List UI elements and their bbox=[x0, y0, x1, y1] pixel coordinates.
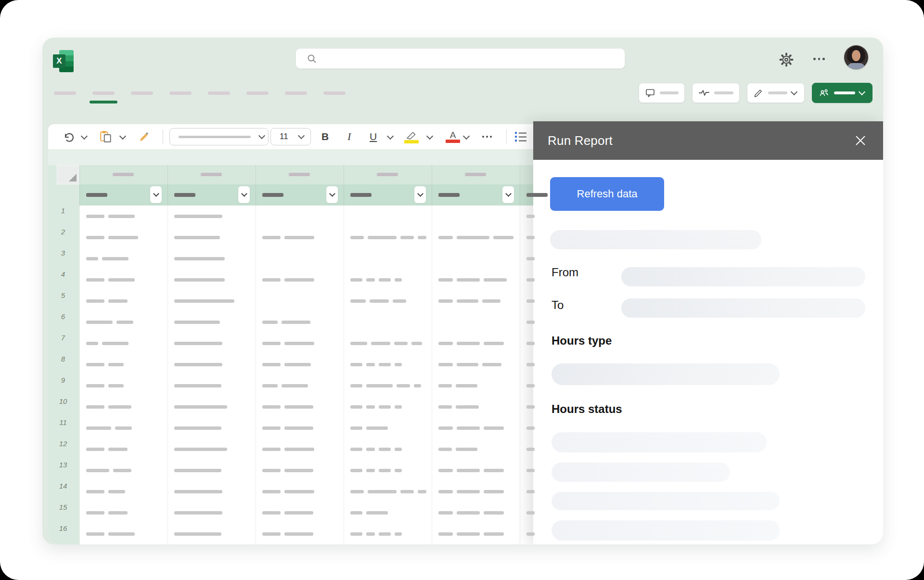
sheet-tab[interactable] bbox=[169, 91, 192, 95]
avatar-face bbox=[852, 50, 860, 61]
hours-status-pill[interactable] bbox=[552, 463, 730, 482]
screenshot-canvas: X bbox=[0, 0, 924, 580]
to-date-input[interactable] bbox=[621, 298, 865, 318]
cell-placeholder bbox=[366, 511, 388, 515]
button-label-placeholder bbox=[714, 91, 733, 94]
more-formatting-button[interactable] bbox=[482, 124, 492, 149]
undo-button[interactable] bbox=[63, 124, 75, 149]
cell-placeholder bbox=[108, 236, 138, 239]
cell-placeholder bbox=[108, 511, 128, 515]
cell-placeholder bbox=[484, 278, 507, 282]
button-label-placeholder bbox=[834, 91, 855, 94]
highlight-button[interactable] bbox=[404, 124, 419, 149]
sheet-tab[interactable] bbox=[323, 91, 346, 95]
from-date-input[interactable] bbox=[621, 267, 865, 286]
comment-icon bbox=[645, 88, 655, 98]
cell-placeholder bbox=[526, 426, 535, 430]
cell-placeholder bbox=[86, 426, 111, 430]
cell-placeholder bbox=[284, 511, 313, 515]
filter-dropdown[interactable] bbox=[414, 186, 426, 203]
chevron-down-icon[interactable] bbox=[387, 133, 394, 140]
chevron-down-icon[interactable] bbox=[463, 133, 470, 140]
bold-button[interactable]: B bbox=[321, 124, 329, 149]
cell-placeholder bbox=[418, 236, 426, 239]
cell-placeholder bbox=[86, 448, 104, 451]
hours-type-pills bbox=[552, 363, 780, 385]
filter-dropdown[interactable] bbox=[326, 186, 338, 203]
row-number: 14 bbox=[48, 481, 78, 491]
cell-placeholder bbox=[262, 490, 281, 493]
column-line bbox=[344, 165, 344, 544]
cell-placeholder bbox=[262, 342, 281, 345]
cell-placeholder bbox=[262, 236, 281, 239]
hours-status-pill[interactable] bbox=[552, 492, 780, 510]
edit-mode-button[interactable] bbox=[747, 83, 805, 103]
chevron-down-icon bbox=[241, 191, 247, 197]
cell-placeholder bbox=[174, 278, 225, 282]
hours-status-pill[interactable] bbox=[552, 432, 767, 452]
cell-placeholder bbox=[108, 405, 131, 409]
sheet-tab[interactable] bbox=[285, 91, 307, 95]
refresh-data-button[interactable]: Refresh data bbox=[550, 177, 664, 211]
cell-placeholder bbox=[368, 236, 397, 239]
cell-placeholder bbox=[108, 363, 124, 366]
underline-button[interactable]: U bbox=[370, 124, 377, 149]
cell-placeholder bbox=[400, 490, 414, 493]
cell-placeholder bbox=[86, 299, 104, 303]
format-painter-button[interactable] bbox=[138, 124, 151, 149]
font-color-button[interactable]: A bbox=[446, 124, 460, 149]
cell-placeholder bbox=[438, 426, 453, 430]
cell-placeholder bbox=[284, 469, 313, 472]
cell-placeholder bbox=[457, 490, 480, 493]
row-number: 2 bbox=[48, 227, 78, 237]
cell-placeholder bbox=[526, 448, 535, 451]
cell-placeholder bbox=[350, 469, 362, 472]
cell-placeholder bbox=[102, 342, 128, 345]
header-cell-placeholder bbox=[86, 193, 107, 197]
cell-placeholder bbox=[484, 469, 504, 472]
settings-icon[interactable] bbox=[779, 52, 794, 69]
user-avatar[interactable] bbox=[844, 45, 868, 69]
list-icon[interactable] bbox=[515, 124, 526, 149]
filter-dropdown[interactable] bbox=[502, 186, 514, 203]
close-icon[interactable] bbox=[854, 134, 867, 147]
cell-placeholder bbox=[86, 321, 113, 324]
cell-placeholder bbox=[379, 405, 391, 409]
activity-button[interactable] bbox=[692, 83, 740, 103]
sheet-tab[interactable] bbox=[92, 91, 115, 95]
cell-placeholder bbox=[262, 532, 281, 536]
filter-dropdown[interactable] bbox=[238, 186, 250, 203]
comment-button[interactable] bbox=[639, 83, 685, 103]
share-button[interactable] bbox=[812, 83, 873, 103]
row-number: 9 bbox=[48, 375, 78, 385]
italic-button[interactable]: I bbox=[347, 124, 351, 149]
font-name-select[interactable] bbox=[169, 128, 269, 145]
chevron-down-icon[interactable] bbox=[81, 133, 88, 140]
cell-placeholder bbox=[526, 532, 535, 536]
cell-placeholder bbox=[482, 299, 500, 303]
chevron-down-icon[interactable] bbox=[426, 133, 433, 140]
select-all-corner[interactable] bbox=[57, 165, 79, 184]
cell-placeholder bbox=[526, 299, 535, 303]
sheet-tab[interactable] bbox=[246, 91, 269, 95]
filter-dropdown[interactable] bbox=[150, 186, 162, 203]
cell-placeholder bbox=[438, 236, 453, 239]
cell-placeholder bbox=[526, 236, 535, 239]
font-size-select[interactable]: 11 bbox=[270, 128, 311, 145]
hours-status-pill[interactable] bbox=[552, 520, 780, 541]
cell-placeholder bbox=[526, 490, 535, 493]
cell-placeholder bbox=[350, 384, 362, 387]
cell-placeholder bbox=[108, 299, 128, 303]
cell-placeholder bbox=[526, 405, 535, 409]
chevron-down-icon bbox=[417, 191, 424, 197]
chevron-down-icon[interactable] bbox=[119, 133, 126, 140]
more-icon[interactable] bbox=[813, 58, 825, 60]
sheet-tab[interactable] bbox=[54, 91, 76, 95]
sheet-tab[interactable] bbox=[131, 91, 153, 95]
cell-placeholder bbox=[484, 532, 504, 536]
hours-type-pill[interactable] bbox=[552, 363, 780, 385]
paste-button[interactable] bbox=[99, 124, 113, 149]
cell-placeholder bbox=[284, 363, 311, 366]
font-size-value: 11 bbox=[280, 132, 288, 142]
sheet-tab[interactable] bbox=[208, 91, 230, 95]
